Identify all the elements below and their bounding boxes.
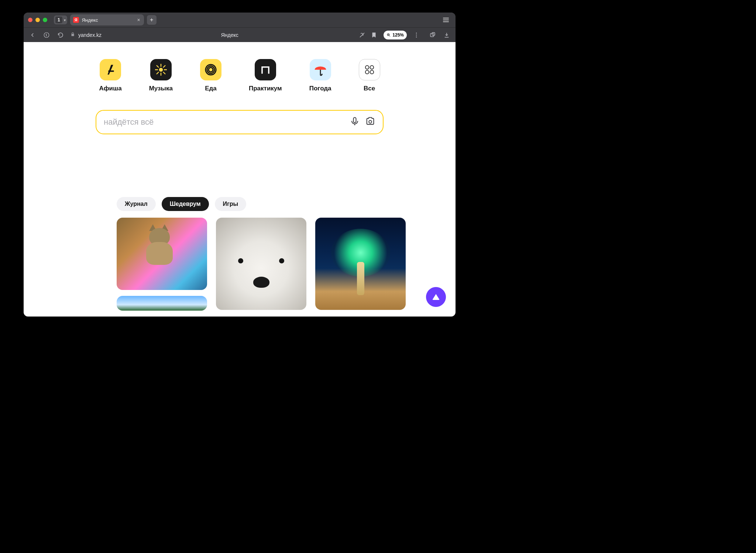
back-button[interactable]: [28, 31, 37, 39]
kebab-menu-button[interactable]: [412, 31, 421, 39]
service-label: Практикум: [249, 85, 282, 92]
svg-point-3: [416, 34, 417, 35]
feed-card-polar-bear[interactable]: [216, 218, 306, 310]
feed-grid: [117, 218, 456, 311]
new-tab-button[interactable]: +: [147, 15, 157, 25]
praktikum-icon: [255, 59, 276, 80]
reload-button[interactable]: [56, 31, 65, 39]
svg-point-17: [365, 66, 369, 69]
zoom-indicator[interactable]: 125%: [384, 31, 407, 39]
svg-point-20: [370, 70, 374, 74]
svg-point-19: [365, 70, 369, 74]
eda-icon: [200, 59, 221, 80]
downloads-button[interactable]: [442, 31, 451, 39]
feed-tab-journal[interactable]: Журнал: [117, 197, 156, 211]
lock-icon: [70, 32, 75, 38]
feed-card-forest[interactable]: [117, 296, 207, 311]
alice-icon: [432, 294, 440, 300]
search-bar[interactable]: [96, 110, 384, 134]
svg-line-15: [157, 72, 159, 74]
tracking-protection-icon[interactable]: [358, 31, 367, 39]
service-eda[interactable]: Еда: [200, 59, 221, 92]
svg-line-14: [163, 65, 165, 68]
voice-search-icon[interactable]: [350, 116, 360, 128]
toolbar: yandex.kz Яндекс 125%: [24, 27, 456, 42]
search-input[interactable]: [104, 117, 344, 127]
menu-button[interactable]: [441, 15, 451, 24]
page-content: Афиша Музыка Еда Практикум: [24, 42, 456, 317]
svg-line-12: [157, 65, 159, 68]
feed-card-kitten[interactable]: [117, 218, 207, 290]
svg-point-4: [416, 37, 417, 37]
maximize-window-button[interactable]: [43, 18, 47, 22]
feed-column: [315, 218, 406, 311]
svg-point-7: [159, 68, 162, 71]
service-pogoda[interactable]: Погода: [309, 59, 331, 92]
service-label: Все: [364, 85, 375, 92]
address-bar[interactable]: yandex.kz Яндекс: [70, 31, 378, 39]
svg-line-13: [163, 72, 165, 74]
kitten-illustration: [142, 228, 183, 272]
window-controls: [28, 18, 47, 22]
svg-point-22: [369, 120, 371, 123]
feed-card-glowing-tree[interactable]: [315, 218, 406, 310]
services-row: Афиша Музыка Еда Практикум: [24, 59, 456, 92]
yandex-home-button[interactable]: [42, 31, 51, 39]
service-label: Погода: [309, 85, 331, 92]
browser-tab[interactable]: Я Яндекс ×: [70, 14, 144, 25]
service-music[interactable]: Музыка: [149, 59, 173, 92]
all-services-icon: [359, 59, 380, 80]
service-label: Еда: [205, 85, 217, 92]
feed-tab-games[interactable]: Игры: [215, 197, 247, 211]
tab-title: Яндекс: [82, 17, 98, 23]
svg-point-2: [416, 32, 417, 33]
close-tab-button[interactable]: ×: [137, 17, 140, 23]
feed-tabs: Журнал Шедеврум Игры: [117, 197, 456, 211]
alice-assistant-button[interactable]: [426, 287, 446, 307]
tab-counter[interactable]: 1 ▾: [54, 15, 67, 24]
address-page-title: Яндекс: [104, 32, 355, 38]
pogoda-icon: [310, 59, 331, 80]
tab-bar: 1 ▾ Я Яндекс × +: [24, 13, 456, 27]
service-all[interactable]: Все: [359, 59, 380, 92]
minimize-window-button[interactable]: [35, 18, 40, 22]
afisha-icon: [100, 59, 121, 80]
zoom-level: 125%: [392, 32, 404, 38]
feed-column: [216, 218, 306, 311]
bookmark-icon[interactable]: [370, 31, 378, 39]
feed-tab-shedevrum[interactable]: Шедеврум: [162, 197, 209, 211]
service-label: Музыка: [149, 85, 173, 92]
image-search-icon[interactable]: [365, 116, 375, 128]
close-window-button[interactable]: [28, 18, 32, 22]
extensions-button[interactable]: [428, 31, 437, 39]
music-icon: [150, 59, 172, 80]
svg-rect-6: [432, 32, 435, 35]
browser-window: 1 ▾ Я Яндекс × + yandex.kz: [24, 13, 456, 317]
plus-icon: +: [150, 17, 153, 23]
chevron-down-icon: ▾: [64, 18, 66, 22]
tab-count-badge: 1: [55, 17, 62, 23]
yandex-favicon-icon: Я: [73, 17, 79, 23]
svg-point-18: [370, 66, 374, 69]
address-domain: yandex.kz: [78, 32, 102, 38]
service-afisha[interactable]: Афиша: [99, 59, 121, 92]
feed-column: [117, 218, 207, 311]
service-label: Афиша: [99, 85, 121, 92]
svg-rect-21: [354, 118, 356, 123]
service-praktikum[interactable]: Практикум: [249, 59, 282, 92]
